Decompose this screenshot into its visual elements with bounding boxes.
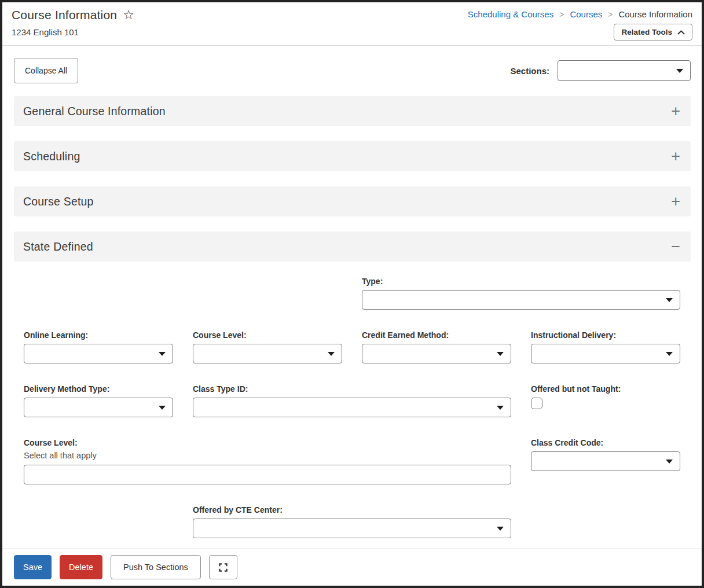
action-bar: Save Delete Push To Sections	[2, 549, 702, 586]
class-credit-code-label: Class Credit Code:	[531, 438, 680, 447]
course-subtitle: 1234 English 101	[12, 27, 134, 37]
delivery-method-type-label: Delivery Method Type:	[24, 384, 173, 394]
instructional-delivery-label: Instructional Delivery:	[531, 330, 680, 340]
offered-but-not-taught-label: Offered but not Taught:	[531, 384, 680, 394]
state-defined-body: Type: Online Learning:	[14, 262, 691, 549]
class-type-id-select[interactable]	[193, 398, 511, 417]
type-select[interactable]	[362, 290, 680, 310]
course-information-page: Course Information ☆ 1234 English 101 Sc…	[0, 0, 704, 588]
course-level-multi-input[interactable]	[24, 465, 511, 484]
dropdown-arrow-icon	[676, 69, 683, 73]
dropdown-arrow-icon	[497, 352, 504, 356]
related-tools-label: Related Tools	[621, 28, 672, 36]
accordion-header-state-defined[interactable]: State Defined −	[14, 231, 691, 262]
credit-earned-method-select[interactable]	[362, 344, 511, 363]
offered-but-not-taught-checkbox[interactable]	[531, 398, 542, 409]
collapse-all-button[interactable]: Collapse All	[14, 58, 78, 83]
collapse-minus-icon[interactable]: −	[671, 239, 680, 255]
accordion-title: Course Setup	[23, 195, 94, 208]
field-class-type-id: Class Type ID:	[193, 384, 511, 417]
sections-label: Sections:	[510, 66, 549, 76]
breadcrumb-courses[interactable]: Courses	[570, 9, 602, 19]
header-title-block: Course Information ☆ 1234 English 101	[12, 8, 134, 41]
class-type-id-label: Class Type ID:	[193, 384, 511, 394]
field-course-level-multi: Course Level: Select all that apply	[24, 438, 511, 484]
dropdown-arrow-icon	[666, 352, 673, 356]
save-button[interactable]: Save	[14, 555, 52, 579]
accordion-title: General Course Information	[23, 105, 166, 118]
expand-plus-icon[interactable]: +	[671, 194, 680, 210]
field-instructional-delivery: Instructional Delivery:	[531, 330, 680, 363]
field-class-credit-code: Class Credit Code:	[531, 438, 680, 484]
related-tools-button[interactable]: Related Tools	[614, 24, 692, 41]
delete-button[interactable]: Delete	[60, 555, 102, 579]
dropdown-arrow-icon	[328, 352, 335, 356]
course-level-label: Course Level:	[193, 330, 342, 340]
type-label: Type:	[362, 277, 680, 286]
dropdown-arrow-icon	[666, 298, 673, 302]
breadcrumb-separator-icon: >	[608, 10, 613, 19]
course-level-multi-label: Course Level:	[24, 438, 511, 447]
field-online-learning: Online Learning:	[24, 330, 173, 363]
accordion-header-course-setup[interactable]: Course Setup +	[14, 186, 691, 216]
accordion-header-general-course-information[interactable]: General Course Information +	[14, 96, 691, 126]
online-learning-select[interactable]	[24, 344, 173, 363]
accordion-scheduling: Scheduling +	[14, 141, 691, 171]
accordion-header-scheduling[interactable]: Scheduling +	[14, 141, 691, 171]
page-header: Course Information ☆ 1234 English 101 Sc…	[2, 2, 702, 46]
dropdown-arrow-icon	[159, 406, 166, 410]
fullscreen-icon	[219, 563, 228, 572]
chevron-up-icon	[677, 30, 685, 35]
field-course-level: Course Level:	[193, 330, 342, 363]
field-credit-earned-method: Credit Earned Method:	[362, 330, 511, 363]
accordion-title: Scheduling	[23, 150, 80, 163]
class-credit-code-select[interactable]	[531, 451, 680, 471]
expand-plus-icon[interactable]: +	[671, 104, 680, 119]
accordion-general-course-information: General Course Information +	[14, 96, 691, 126]
fullscreen-button[interactable]	[209, 555, 237, 579]
field-delivery-method-type: Delivery Method Type:	[24, 384, 173, 417]
breadcrumb: Scheduling & Courses > Courses > Course …	[468, 9, 692, 19]
expand-plus-icon[interactable]: +	[671, 149, 680, 164]
offered-by-cte-center-select[interactable]	[193, 519, 511, 538]
breadcrumb-current: Course Information	[618, 9, 692, 19]
toolbar-row: Collapse All Sections:	[14, 58, 691, 83]
delivery-method-type-select[interactable]	[24, 398, 173, 417]
field-offered-but-not-taught: Offered but not Taught:	[531, 384, 680, 417]
dropdown-arrow-icon	[497, 527, 504, 531]
accordion-course-setup: Course Setup +	[14, 186, 691, 216]
field-type: Type:	[362, 277, 680, 310]
main-content: Collapse All Sections: General Course In…	[2, 46, 702, 549]
credit-earned-method-label: Credit Earned Method:	[362, 330, 511, 340]
instructional-delivery-select[interactable]	[531, 344, 680, 363]
offered-by-cte-center-label: Offered by CTE Center:	[193, 505, 511, 514]
dropdown-arrow-icon	[159, 352, 166, 356]
page-title: Course Information	[12, 8, 117, 22]
accordion-title: State Defined	[23, 240, 93, 253]
course-level-select[interactable]	[193, 344, 342, 363]
dropdown-arrow-icon	[666, 460, 673, 464]
course-level-multi-hint: Select all that apply	[24, 451, 511, 460]
favorite-star-icon[interactable]: ☆	[123, 9, 134, 21]
breadcrumb-scheduling-courses[interactable]: Scheduling & Courses	[468, 9, 553, 19]
breadcrumb-separator-icon: >	[559, 10, 564, 19]
push-to-sections-button[interactable]: Push To Sections	[111, 555, 201, 579]
sections-select[interactable]	[558, 60, 691, 81]
accordion-state-defined: State Defined − Type: Online Le	[14, 231, 691, 549]
online-learning-label: Online Learning:	[24, 330, 173, 340]
field-offered-by-cte-center: Offered by CTE Center:	[193, 505, 511, 538]
dropdown-arrow-icon	[497, 406, 504, 410]
